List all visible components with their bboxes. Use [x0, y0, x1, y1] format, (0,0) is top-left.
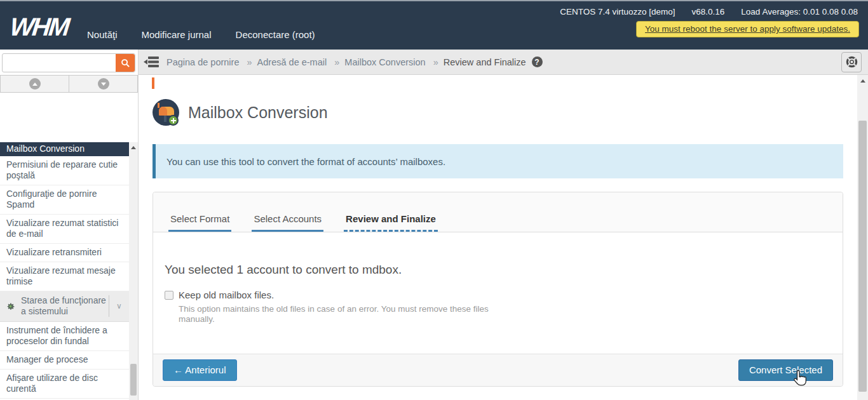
top-header: WHM NoutăţiModificare jurnalDeconectare … — [0, 0, 868, 50]
gear-icon — [5, 301, 16, 312]
sidebar-item[interactable]: Vizualizare rezumat mesaje trimise — [0, 262, 129, 291]
sidebar-item[interactable]: Instrument de închidere a proceselor din… — [0, 322, 129, 351]
mailbox-conversion-icon — [153, 99, 179, 126]
sidebar-item[interactable]: Vizualizare rezumat statistici de e-mail — [0, 215, 129, 244]
breadcrumb-link[interactable]: Pagina de pornire — [166, 57, 239, 67]
sidebar-item[interactable]: Configuraţie de pornire Spamd — [0, 185, 129, 215]
sidebar-item[interactable]: Permisiuni de reparare cutie poştală — [0, 156, 129, 185]
sidebar-section[interactable]: Starea de funcţionare a sistemului∨ — [0, 291, 129, 322]
wizard-card: Select Format Select Accounts Review and… — [153, 192, 843, 387]
wizard-footer: ← Anteriorul Convert Selected — [153, 354, 843, 386]
keep-old-files-checkbox[interactable] — [165, 291, 173, 300]
header-nav: NoutăţiModificare jurnalDeconectare (roo… — [87, 29, 315, 50]
search-icon — [121, 58, 130, 68]
version-label: v68.0.16 — [692, 7, 725, 17]
sidebar-section-label: Starea de funcţionare a sistemului — [21, 295, 109, 317]
whm-logo[interactable]: WHM — [9, 13, 70, 41]
breadcrumb-item: Adresă de e-mail » — [257, 57, 345, 67]
info-text: You can use this tool to convert the for… — [166, 156, 445, 167]
support-button[interactable] — [841, 52, 862, 72]
header-nav-link[interactable]: Noutăţi — [87, 29, 118, 40]
keep-old-files-label[interactable]: Keep old mailbox files. — [179, 290, 274, 300]
help-icon[interactable]: ? — [532, 57, 543, 67]
wizard-tab[interactable]: Select Format — [168, 213, 231, 232]
breadcrumb-bar: Pagina de pornire » Adresă de e-mail » M… — [139, 50, 868, 75]
scroll-up-icon[interactable] — [860, 79, 865, 83]
sidebar-item-selected[interactable]: Mailbox Conversion — [0, 142, 129, 156]
scroll-up-icon[interactable] — [131, 146, 136, 149]
wizard-tab[interactable]: Review and Finalize — [344, 213, 438, 232]
collapse-navigation-icon[interactable] — [144, 57, 159, 67]
search-button[interactable] — [116, 54, 135, 72]
breadcrumb-link[interactable]: Adresă de e-mail — [257, 57, 327, 67]
breadcrumb-link[interactable]: Mailbox Conversion — [344, 57, 425, 67]
breadcrumb-link[interactable]: Review and Finalize — [444, 57, 526, 67]
sidebar-list: Mailbox ConversionPermisiuni de reparare… — [0, 142, 129, 400]
breadcrumb-item: Mailbox Conversion » — [344, 57, 443, 67]
sidebar: Mailbox ConversionPermisiuni de reparare… — [0, 50, 139, 400]
server-label: CENTOS 7.4 virtuozzo [demo] — [560, 7, 675, 17]
breadcrumb-separator: » — [334, 57, 339, 67]
wizard-tab[interactable]: Select Accounts — [252, 213, 323, 232]
main-scrollbar-thumb[interactable] — [858, 121, 867, 392]
chevron-down-icon[interactable]: ∨ — [109, 295, 129, 317]
breadcrumb-separator: » — [247, 57, 252, 67]
wizard-tab-label: Select Accounts — [254, 213, 322, 224]
sidebar-item[interactable]: Vizualizare retransmiteri — [0, 244, 129, 262]
page-title-row: Mailbox Conversion — [153, 99, 328, 126]
life-ring-icon — [846, 56, 858, 68]
header-nav-link[interactable]: Deconectare (root) — [236, 29, 315, 40]
convert-selected-button[interactable]: Convert Selected — [738, 359, 833, 381]
info-callout: You can use this tool to convert the for… — [153, 144, 843, 178]
wizard-tab-label: Review and Finalize — [346, 213, 436, 224]
breadcrumb-separator: » — [433, 57, 438, 67]
reboot-notice-button[interactable]: You must reboot the server to apply soft… — [636, 21, 859, 37]
header-nav-link[interactable]: Modificare jurnal — [142, 29, 212, 40]
page-title: Mailbox Conversion — [188, 103, 328, 122]
previous-button[interactable]: ← Anteriorul — [163, 359, 237, 381]
main-content: Mailbox Conversion You can use this tool… — [139, 75, 857, 400]
arrow-up-icon — [29, 78, 41, 90]
arrow-down-icon — [98, 78, 109, 90]
server-status-line: CENTOS 7.4 virtuozzo [demo] v68.0.16 Loa… — [560, 7, 858, 17]
wizard-body: You selected 1 account to convert to mdb… — [153, 232, 843, 354]
main-scrollbar — [857, 75, 868, 400]
breadcrumb-item: Review and Finalize » — [444, 57, 526, 67]
sidebar-scrollbar — [129, 142, 138, 400]
search-result-nav — [0, 75, 138, 93]
next-result-button[interactable] — [69, 75, 138, 93]
breadcrumb-item: Pagina de pornire » — [166, 57, 257, 67]
sidebar-scrollbar-thumb[interactable] — [130, 364, 137, 396]
breadcrumb: Pagina de pornire » Adresă de e-mail » M… — [166, 57, 526, 67]
load-averages: Load Averages: 0.01 0.08 0.08 — [741, 7, 858, 17]
sidebar-search — [2, 53, 135, 72]
previous-result-button[interactable] — [0, 75, 69, 93]
keep-old-files-row: Keep old mailbox files. — [165, 290, 274, 300]
header-right: CENTOS 7.4 virtuozzo [demo] v68.0.16 Loa… — [560, 1, 859, 50]
conversion-summary: You selected 1 account to convert to mdb… — [165, 263, 402, 277]
whm-page: WHM NoutăţiModificare jurnalDeconectare … — [0, 0, 868, 400]
wizard-tab-label: Select Format — [170, 213, 229, 224]
loading-indicator — [152, 77, 154, 89]
sidebar-item[interactable]: Manager de procese — [0, 351, 129, 370]
wizard-tabs: Select Format Select Accounts Review and… — [153, 192, 843, 232]
sidebar-item[interactable]: Afişare utilizare de disc curentă — [0, 370, 129, 399]
keep-old-files-help: This option maintains the old files in c… — [179, 304, 490, 324]
